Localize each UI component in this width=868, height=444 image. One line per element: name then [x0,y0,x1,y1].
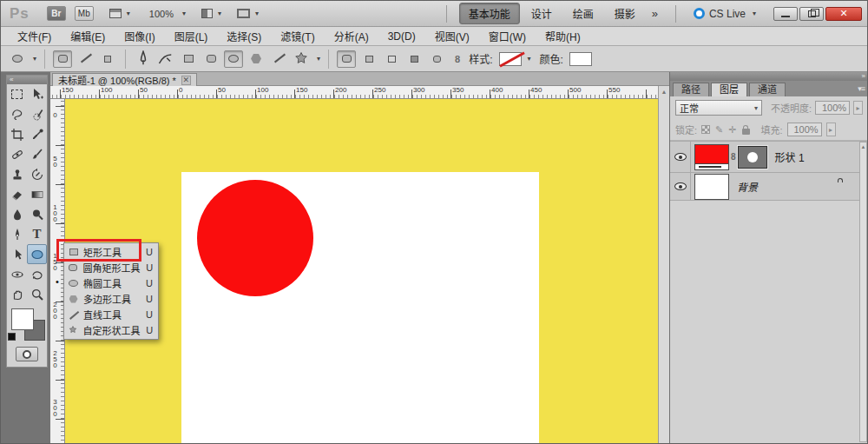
view-extras-button[interactable]: ▾ [109,9,130,18]
tab-paths[interactable]: 路径 [673,83,709,96]
lasso-tool[interactable] [7,104,27,124]
menu-file[interactable]: 文件(F) [8,27,61,45]
scroll-up-icon[interactable]: ▲ [659,86,669,95]
add-to-shape-area-button[interactable] [359,50,378,68]
intersect-shape-areas-button[interactable] [404,50,424,68]
shape-layers-mode-button[interactable] [53,50,72,68]
layer-name[interactable]: 形状 1 [775,149,805,164]
horizontal-ruler[interactable]: 150 100 50 0 50 100 150 200 250 300 350 … [50,86,658,99]
layer-row-shape-1[interactable]: 8 形状 1 [670,141,868,172]
rectangle-tool-button[interactable] [179,50,198,68]
move-tool[interactable] [27,84,47,104]
menu-window[interactable]: 窗口(W) [479,27,536,45]
minimize-button[interactable] [773,7,798,21]
menu-select[interactable]: 选择(S) [217,27,271,45]
layers-scrollbar[interactable]: ▲ [859,142,867,442]
lock-all-icon[interactable] [742,129,750,135]
flyout-rectangle-tool[interactable]: 矩形工具 U [64,244,158,260]
fill-slider-arrow-icon[interactable]: ▸ [826,123,836,136]
dodge-tool[interactable] [27,204,47,224]
rounded-rectangle-tool-button[interactable] [201,50,220,68]
exclude-overlapping-shape-areas-button[interactable] [427,50,446,68]
foreground-color-swatch[interactable] [11,308,34,330]
tab-channels[interactable]: 通道 [749,83,786,96]
custom-shape-tool-button[interactable] [292,50,311,68]
launch-mini-bridge-button[interactable]: Mb [75,6,94,21]
arrange-documents-button[interactable]: ▾ [201,9,221,18]
panel-menu-icon[interactable]: ▾≡ [858,84,865,93]
ellipse-tool-button[interactable] [224,50,243,68]
lock-position-icon[interactable]: ✛ [728,124,736,136]
menu-layer[interactable]: 图层(L) [165,27,218,45]
restore-button[interactable] [799,7,824,21]
quick-selection-tool[interactable] [27,104,47,124]
document-tab[interactable]: 未标题-1 @ 100%(RGB/8) * ✕ [52,73,197,86]
3d-rotate-camera-tool[interactable] [27,264,47,284]
vector-mask-thumbnail[interactable] [738,146,767,169]
launch-bridge-button[interactable]: Br [47,6,66,21]
paths-mode-button[interactable] [76,50,95,68]
clone-stamp-tool[interactable] [7,164,27,184]
flyout-polygon-tool[interactable]: 多边形工具 U [64,291,158,307]
fill-pixels-mode-button[interactable] [98,50,117,68]
pen-tool[interactable] [7,224,27,244]
menu-help[interactable]: 帮助(H) [536,27,590,45]
create-new-shape-layer-button[interactable] [337,50,356,68]
pen-tool-button[interactable] [134,50,153,68]
menu-view[interactable]: 视图(V) [425,27,479,45]
path-selection-tool[interactable] [7,244,27,264]
menu-image[interactable]: 图像(I) [115,27,164,45]
tools-panel-collapse-button[interactable]: « [7,76,47,84]
opacity-slider-arrow-icon[interactable]: ▸ [853,101,863,115]
gradient-tool[interactable] [27,184,47,204]
workspace-photography-button[interactable]: 摄影 [605,3,645,24]
style-picker-swatch[interactable] [499,52,522,66]
workspace-design-button[interactable]: 设计 [522,3,562,24]
cs-live-button[interactable]: CS Live ▾ [694,8,756,20]
ellipse-tool-current[interactable] [27,244,47,264]
zoom-tool[interactable] [27,284,47,304]
zoom-level-button[interactable]: 100% ▾ [146,8,186,20]
polygon-tool-button[interactable] [247,50,266,68]
background-layer-thumbnail[interactable] [694,174,729,200]
default-colors-icon[interactable] [8,333,16,341]
workspace-essentials-button[interactable]: 基本功能 [459,3,520,24]
flyout-custom-shape-tool[interactable]: 自定形状工具 U [64,322,158,338]
panel-collapse-button[interactable]: » [670,72,868,81]
blend-mode-select[interactable]: 正常 ▾ [675,100,762,116]
eraser-tool[interactable] [7,184,27,204]
freeform-pen-tool-button[interactable] [156,50,175,68]
flyout-line-tool[interactable]: 直线工具 U [64,307,158,322]
eyedropper-tool[interactable] [27,124,47,144]
tool-preset-picker[interactable] [8,50,27,68]
quick-mask-mode-button[interactable] [16,347,38,361]
opacity-value[interactable]: 100% [815,101,850,115]
3d-object-rotate-tool[interactable] [7,264,27,284]
layer-visibility-eye-icon[interactable] [674,153,687,161]
lock-transparency-icon[interactable] [701,125,710,134]
hand-tool[interactable] [7,284,27,304]
line-tool-button[interactable] [269,50,288,68]
menu-filter[interactable]: 滤镜(T) [271,27,324,45]
shape-color-swatch[interactable] [569,52,592,66]
type-tool[interactable]: T [27,224,47,244]
flyout-ellipse-tool[interactable]: 椭圆工具 U [64,275,158,291]
subtract-from-shape-area-button[interactable] [382,50,401,68]
brush-tool[interactable] [27,144,47,164]
screen-mode-button[interactable]: ▾ [237,9,259,18]
vertical-scrollbar[interactable]: ▲ [658,86,669,444]
workspace-overflow-chevron-icon[interactable]: » [647,7,663,20]
rectangular-marquee-tool[interactable] [7,84,27,104]
tab-layers[interactable]: 图层 [711,83,747,96]
fill-value[interactable]: 100% [787,123,822,136]
menu-analysis[interactable]: 分析(A) [325,27,378,45]
menu-edit[interactable]: 编辑(E) [61,27,115,45]
layer-row-background[interactable]: 背景 [670,172,868,201]
lock-pixels-icon[interactable]: ✎ [715,124,723,136]
close-button[interactable]: ✕ [825,7,862,21]
history-brush-tool[interactable] [27,164,47,184]
layer-visibility-eye-icon[interactable] [674,182,687,190]
menu-3d[interactable]: 3D(D) [378,29,425,44]
shape-layer-thumbnail[interactable] [694,144,729,170]
document-tab-close-icon[interactable]: ✕ [181,76,191,85]
